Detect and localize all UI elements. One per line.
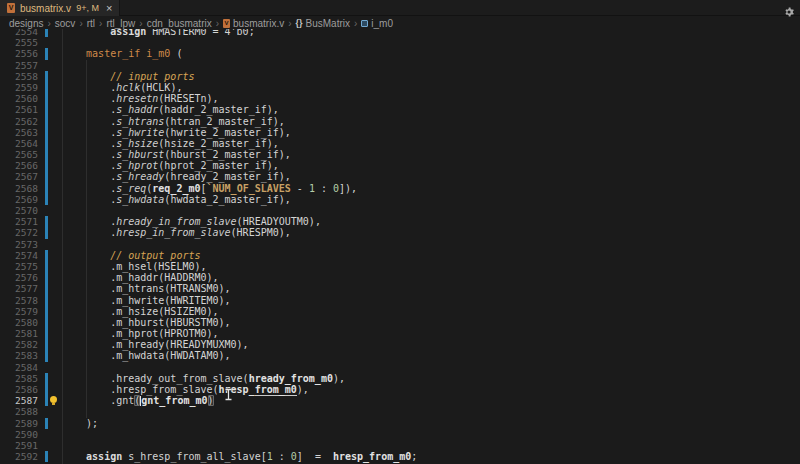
- code-line-2583[interactable]: 2583.m_hwdata(HWDATAM0),: [0, 350, 800, 361]
- code-text: .m_hsize(HSIZEM0),: [62, 306, 219, 317]
- line-number: 2592: [0, 451, 38, 462]
- git-modified-indicator: [45, 104, 48, 115]
- git-modified-indicator: [45, 395, 48, 406]
- code-line-2560[interactable]: 2560.hresetn(HRESETn),: [0, 93, 800, 104]
- git-modified-indicator: [45, 418, 48, 429]
- code-line-2586[interactable]: 2586.hresp_from_slave(hresp_from_m0),: [0, 384, 800, 395]
- git-modified-indicator: [45, 216, 48, 227]
- line-number: 2575: [0, 261, 38, 272]
- braces-icon: [296, 18, 303, 28]
- breadcrumb-item-cdn_busmatrix[interactable]: cdn_busmatrix: [147, 18, 212, 29]
- code-line-2564[interactable]: 2564.s_hsize(hsize_2_master_if),: [0, 138, 800, 149]
- code-line-2584[interactable]: 2584: [0, 362, 800, 373]
- code-line-2578[interactable]: 2578.m_hwrite(HWRITEM0),: [0, 295, 800, 306]
- code-line-2581[interactable]: 2581.m_hprot(HPROTM0),: [0, 328, 800, 339]
- breadcrumb-item-i_m0[interactable]: i_m0: [361, 18, 393, 29]
- git-modified-indicator: [45, 272, 48, 283]
- code-line-2587[interactable]: 2587.gnt(gnt_from_m0): [0, 395, 800, 406]
- breadcrumb-separator: ›: [79, 18, 82, 29]
- code-editor[interactable]: 2554assign HMASTERM0 = 4'b0;25552556mast…: [0, 29, 800, 464]
- code-line-2588[interactable]: 2588: [0, 406, 800, 417]
- code-line-2556[interactable]: 2556master_if i_m0 (: [0, 48, 800, 59]
- code-text: assign s_hresp_from_all_slave[1 : 0] = h…: [62, 451, 417, 462]
- git-modified-indicator: [45, 194, 48, 205]
- code-text: .m_haddr(HADDRM0),: [62, 272, 219, 283]
- code-text: master_if i_m0 (: [62, 48, 182, 59]
- breadcrumb-item-rtl_lpw[interactable]: rtl_lpw: [106, 18, 135, 29]
- line-number: 2572: [0, 227, 38, 238]
- code-line-2589[interactable]: 2589);: [0, 418, 800, 429]
- code-line-2566[interactable]: 2566.s_hprot(hprot_2_master_if),: [0, 160, 800, 171]
- breadcrumb-label: BusMatrix: [306, 18, 350, 29]
- git-modified-indicator: [45, 160, 48, 171]
- code-line-2591[interactable]: 2591: [0, 440, 800, 451]
- code-text: .s_hready(hready_2_master_if),: [62, 171, 291, 182]
- git-modified-indicator: [45, 261, 48, 272]
- code-text: .s_req(req_2_m0[`NUM_OF_SLAVES - 1 : 0])…: [62, 183, 357, 194]
- line-number: 2566: [0, 160, 38, 171]
- code-text: .s_hwrite(hwrite_2_master_if),: [62, 127, 291, 138]
- line-number: 2565: [0, 149, 38, 160]
- code-line-2565[interactable]: 2565.s_hburst(hburst_2_master_if),: [0, 149, 800, 160]
- tab-busmatrix[interactable]: busmatrix.v 9+, M ×: [0, 0, 120, 16]
- code-text: .m_hburst(HBURSTM0),: [62, 317, 231, 328]
- breadcrumb-separator: ›: [99, 18, 102, 29]
- code-line-2554[interactable]: 2554assign HMASTERM0 = 4'b0;: [0, 29, 800, 37]
- code-line-2570[interactable]: 2570: [0, 205, 800, 216]
- breadcrumb-item-designs[interactable]: designs: [9, 18, 43, 29]
- code-line-2585[interactable]: 2585.hready_out_from_slave(hready_from_m…: [0, 373, 800, 384]
- line-number: 2578: [0, 295, 38, 306]
- breadcrumb-separator: ›: [139, 18, 142, 29]
- git-modified-indicator: [45, 317, 48, 328]
- code-text: );: [62, 418, 98, 429]
- tab-filename: busmatrix.v: [20, 3, 71, 14]
- code-line-2582[interactable]: 2582.m_hready(HREADYMUXM0),: [0, 339, 800, 350]
- code-line-2568[interactable]: 2568.s_req(req_2_m0[`NUM_OF_SLAVES - 1 :…: [0, 183, 800, 194]
- breadcrumb-label: busmatrix.v: [233, 18, 284, 29]
- code-line-2555[interactable]: 2555: [0, 37, 800, 48]
- code-line-2557[interactable]: 2557: [0, 60, 800, 71]
- code-text: .hresp_from_slave(hresp_from_m0),: [62, 384, 309, 395]
- git-modified-indicator: [45, 138, 48, 149]
- code-line-2567[interactable]: 2567.s_hready(hready_2_master_if),: [0, 171, 800, 182]
- code-line-2571[interactable]: 2571.hready_in_from_slave(HREADYOUTM0),: [0, 216, 800, 227]
- line-number: 2562: [0, 116, 38, 127]
- code-line-2563[interactable]: 2563.s_hwrite(hwrite_2_master_if),: [0, 127, 800, 138]
- code-line-2558[interactable]: 2558// input ports: [0, 71, 800, 82]
- close-icon[interactable]: ×: [106, 3, 112, 14]
- code-lines: 2554assign HMASTERM0 = 4'b0;25552556mast…: [0, 29, 800, 462]
- breadcrumb-item-rtl[interactable]: rtl: [87, 18, 95, 29]
- breadcrumb-item-BusMatrix[interactable]: BusMatrix: [296, 18, 350, 29]
- git-modified-indicator: [45, 328, 48, 339]
- code-line-2577[interactable]: 2577.m_htrans(HTRANSM0),: [0, 283, 800, 294]
- code-line-2573[interactable]: 2573: [0, 239, 800, 250]
- code-line-2574[interactable]: 2574// output ports: [0, 250, 800, 261]
- code-line-2561[interactable]: 2561.s_haddr(haddr_2_master_if),: [0, 104, 800, 115]
- line-number: 2569: [0, 194, 38, 205]
- breadcrumb-item-socv[interactable]: socv: [55, 18, 76, 29]
- code-text: .m_hwrite(HWRITEM0),: [62, 295, 231, 306]
- git-modified-indicator: [45, 127, 48, 138]
- code-line-2579[interactable]: 2579.m_hsize(HSIZEM0),: [0, 306, 800, 317]
- code-line-2590[interactable]: 2590: [0, 429, 800, 440]
- line-number: 2584: [0, 362, 38, 373]
- code-line-2575[interactable]: 2575.m_hsel(HSELM0),: [0, 261, 800, 272]
- breadcrumb-item-busmatrix.v[interactable]: busmatrix.v: [223, 18, 284, 29]
- code-line-2572[interactable]: 2572.hresp_in_from_slave(HRESPM0),: [0, 227, 800, 238]
- line-number: 2563: [0, 127, 38, 138]
- line-number: 2581: [0, 328, 38, 339]
- code-line-2569[interactable]: 2569.s_hwdata(hwdata_2_master_if),: [0, 194, 800, 205]
- symbol-module-icon: [361, 20, 368, 27]
- code-line-2592[interactable]: 2592assign s_hresp_from_all_slave[1 : 0]…: [0, 451, 800, 462]
- code-line-2562[interactable]: 2562.s_htrans(htran_2_master_if),: [0, 116, 800, 127]
- git-modified-indicator: [45, 149, 48, 160]
- lightbulb-icon[interactable]: [49, 396, 58, 406]
- code-line-2576[interactable]: 2576.m_haddr(HADDRM0),: [0, 272, 800, 283]
- git-modified-indicator: [45, 350, 48, 361]
- code-line-2580[interactable]: 2580.m_hburst(HBURSTM0),: [0, 317, 800, 328]
- line-number: 2559: [0, 82, 38, 93]
- code-line-2559[interactable]: 2559.hclk(HCLK),: [0, 82, 800, 93]
- breadcrumb-separator: ›: [354, 18, 357, 29]
- line-number: 2560: [0, 93, 38, 104]
- git-modified-indicator: [45, 82, 48, 93]
